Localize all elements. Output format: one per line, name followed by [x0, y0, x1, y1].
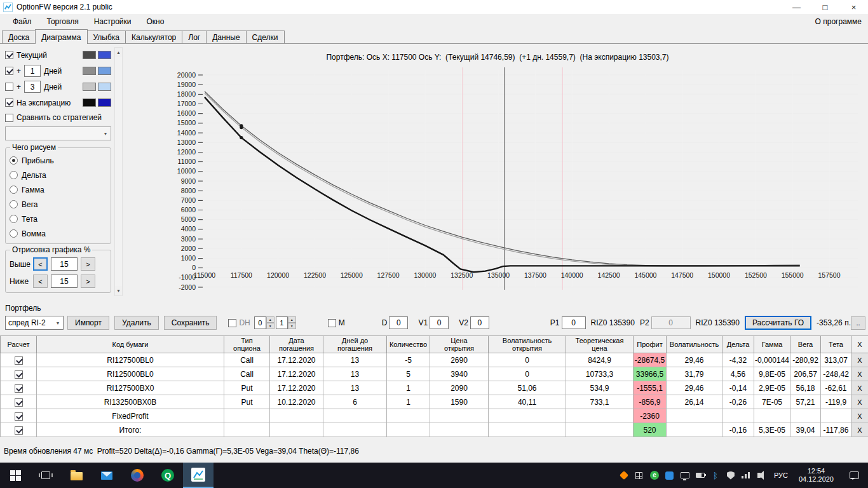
- range-above-decrease-button[interactable]: <: [33, 257, 48, 271]
- tab-board[interactable]: Доска: [2, 30, 36, 43]
- calculate-margin-button[interactable]: Рассчитать ГО: [745, 316, 811, 330]
- range-below-input[interactable]: [51, 274, 78, 288]
- datafeed-icon[interactable]: [618, 470, 630, 481]
- strategy-dropdown[interactable]: ▼: [5, 126, 111, 140]
- tab-calculator[interactable]: Калькулятор: [125, 30, 182, 43]
- row-delete-button[interactable]: X: [851, 381, 868, 395]
- browser-button[interactable]: [122, 463, 153, 488]
- delete-button[interactable]: Удалить: [114, 316, 159, 330]
- row-delete-button[interactable]: X: [851, 367, 868, 381]
- display-icon[interactable]: [679, 470, 691, 481]
- row-calc-checkbox[interactable]: [15, 426, 23, 435]
- row-delete-button[interactable]: X: [851, 409, 868, 423]
- radio-delta[interactable]: Дельта: [10, 168, 107, 182]
- messenger-icon[interactable]: [664, 470, 675, 481]
- radio-vega[interactable]: Вега: [10, 197, 107, 212]
- v1-input[interactable]: [430, 316, 449, 329]
- quik-button[interactable]: Q: [153, 463, 183, 488]
- maximize-button[interactable]: □: [811, 0, 839, 14]
- series-color-swatch[interactable]: [98, 83, 111, 91]
- radio-icon[interactable]: [10, 229, 18, 238]
- tab-smile[interactable]: Улыбка: [87, 30, 126, 43]
- spin-up-icon[interactable]: ▲: [266, 316, 275, 323]
- defender-icon[interactable]: [725, 470, 736, 481]
- row-delete-button[interactable]: X: [851, 395, 868, 409]
- series-color-swatch[interactable]: [83, 83, 96, 91]
- p1-input[interactable]: [562, 316, 586, 329]
- antivirus-icon[interactable]: [649, 470, 660, 481]
- menu-about[interactable]: О программе: [814, 15, 863, 28]
- row-calc-checkbox[interactable]: [15, 412, 23, 421]
- menu-window[interactable]: Окно: [139, 15, 172, 28]
- radio-theta[interactable]: Тета: [10, 212, 107, 226]
- plus1-checkbox[interactable]: [5, 67, 13, 75]
- plus1-days-input[interactable]: [24, 65, 41, 77]
- row-delete-button[interactable]: X: [851, 353, 868, 367]
- portfolio-preset-dropdown[interactable]: спред RI-2 ▼: [5, 316, 64, 330]
- series-color-swatch[interactable]: [98, 98, 111, 107]
- keyboard-layout-button[interactable]: РУС: [771, 471, 791, 479]
- mail-button[interactable]: [92, 463, 122, 488]
- import-button[interactable]: Импорт: [67, 316, 109, 330]
- volume-icon[interactable]: [756, 470, 767, 481]
- profit-chart[interactable]: -2000-1000010002000300040005000600070008…: [127, 62, 868, 307]
- row-calc-checkbox[interactable]: [15, 384, 23, 393]
- radio-vomma[interactable]: Вомма: [10, 226, 107, 241]
- radio-icon[interactable]: [10, 215, 18, 223]
- tab-data[interactable]: Данные: [206, 30, 246, 43]
- series-color-swatch[interactable]: [83, 51, 96, 59]
- dh-spinner-1[interactable]: ▲▼: [254, 316, 275, 329]
- radio-gamma[interactable]: Гамма: [10, 182, 107, 197]
- plus3-days-input[interactable]: [24, 81, 41, 93]
- menu-settings[interactable]: Настройки: [86, 15, 139, 28]
- dh-spinner-2[interactable]: ▲▼: [276, 316, 296, 329]
- save-button[interactable]: Сохранить: [164, 316, 217, 330]
- dh-spinner-2-input[interactable]: [276, 316, 288, 329]
- expiration-checkbox[interactable]: [5, 98, 13, 107]
- close-button[interactable]: ×: [839, 0, 868, 14]
- menu-trading[interactable]: Торговля: [39, 15, 86, 28]
- spin-down-icon[interactable]: ▼: [288, 323, 296, 329]
- radio-icon[interactable]: [10, 171, 18, 179]
- menu-file[interactable]: Файл: [5, 15, 39, 28]
- scrollbar-track[interactable]: [115, 57, 122, 286]
- row-calc-checkbox[interactable]: [15, 370, 23, 379]
- v2-input[interactable]: [470, 316, 489, 329]
- plus3-checkbox[interactable]: [5, 83, 13, 91]
- d-input[interactable]: [389, 316, 408, 329]
- compare-strategy-checkbox[interactable]: [5, 114, 13, 122]
- tab-diagram[interactable]: Диаграмма: [35, 29, 87, 44]
- m-checkbox[interactable]: [328, 319, 336, 327]
- task-view-button[interactable]: [31, 463, 61, 488]
- more-button[interactable]: ..: [851, 316, 865, 330]
- action-center-button[interactable]: [841, 471, 867, 479]
- clock-button[interactable]: 12:54 04.12.2020: [795, 467, 837, 484]
- battery-icon[interactable]: [695, 470, 706, 481]
- range-above-increase-button[interactable]: >: [81, 257, 95, 271]
- bluetooth-icon[interactable]: [710, 470, 721, 481]
- tab-log[interactable]: Лог: [182, 30, 207, 43]
- range-below-decrease-button[interactable]: <: [33, 274, 48, 288]
- scroll-down-icon[interactable]: ▼: [115, 286, 122, 295]
- tab-deals[interactable]: Сделки: [246, 30, 285, 43]
- spin-up-icon[interactable]: ▲: [288, 316, 296, 323]
- radio-icon[interactable]: [10, 156, 18, 165]
- dh-checkbox[interactable]: [228, 319, 236, 327]
- spin-down-icon[interactable]: ▼: [266, 323, 275, 329]
- radio-profit[interactable]: Прибыль: [10, 153, 107, 168]
- row-delete-button[interactable]: X: [851, 423, 868, 437]
- start-button[interactable]: [0, 463, 31, 488]
- radio-icon[interactable]: [10, 200, 18, 208]
- file-explorer-button[interactable]: [61, 463, 92, 488]
- range-above-input[interactable]: [51, 257, 78, 271]
- scroll-up-icon[interactable]: ▲: [115, 48, 122, 57]
- series-color-swatch[interactable]: [83, 98, 96, 107]
- network-icon[interactable]: [740, 470, 752, 481]
- series-color-swatch[interactable]: [98, 67, 111, 75]
- dh-spinner-1-input[interactable]: [254, 316, 266, 329]
- series-color-swatch[interactable]: [83, 67, 96, 75]
- radio-icon[interactable]: [10, 186, 18, 194]
- minimize-button[interactable]: —: [782, 0, 811, 14]
- apps-grid-icon[interactable]: [634, 470, 645, 481]
- series-color-swatch[interactable]: [98, 51, 111, 59]
